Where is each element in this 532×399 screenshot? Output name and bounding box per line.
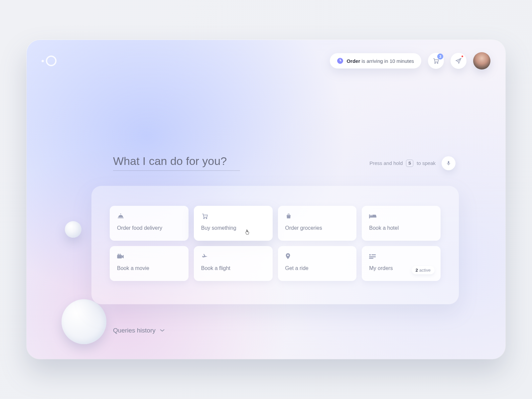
card-label: Order food delivery [117, 225, 181, 231]
chevron-down-icon [160, 329, 165, 332]
svg-point-1 [437, 63, 438, 64]
app-window: Order is arriving in 10 minutes 3 What I… [27, 40, 505, 359]
prompt-heading: What I can do for you? [113, 155, 240, 171]
clock-icon [337, 58, 343, 64]
actions-grid: Order food delivery Buy something Order … [110, 206, 441, 281]
avatar[interactable] [473, 52, 490, 69]
send-button[interactable] [451, 53, 466, 69]
svg-rect-6 [369, 214, 370, 218]
pin-icon [285, 253, 293, 259]
svg-point-0 [435, 63, 436, 64]
cart-button[interactable]: 3 [428, 53, 444, 69]
card-get-ride[interactable]: Get a ride [278, 246, 357, 281]
microphone-icon [446, 160, 451, 166]
speak-suffix: to speak [417, 160, 436, 166]
card-my-orders[interactable]: My orders 2active [362, 246, 441, 281]
card-label: Get a ride [285, 265, 349, 271]
speak-prefix: Press and hold [369, 160, 403, 166]
cart-badge: 3 [437, 54, 443, 60]
card-label: Book a movie [117, 265, 181, 271]
card-label: Book a flight [201, 265, 265, 271]
actions-panel: Order food delivery Buy something Order … [91, 186, 459, 304]
svg-point-12 [369, 254, 371, 256]
logo-dot-icon [42, 60, 44, 62]
logo-ring-icon [46, 56, 57, 66]
svg-rect-13 [372, 254, 376, 255]
card-label: Book a hotel [369, 225, 433, 231]
svg-rect-15 [369, 258, 373, 259]
paper-plane-icon [455, 58, 462, 64]
shopping-bag-icon [285, 213, 293, 219]
active-orders-chip: 2active [412, 266, 435, 274]
order-status-text: Order is arriving in 10 minutes [346, 58, 414, 64]
speak-key: S [406, 160, 413, 167]
svg-point-11 [119, 254, 121, 255]
card-book-flight[interactable]: Book a flight [194, 246, 273, 281]
film-icon [117, 253, 124, 259]
queries-history-toggle[interactable]: Queries history [113, 327, 165, 334]
cart-icon [201, 213, 208, 219]
card-label: Order groceries [285, 225, 349, 231]
svg-point-8 [370, 215, 372, 216]
cloche-icon [117, 213, 124, 219]
svg-point-4 [203, 218, 204, 219]
logo[interactable] [42, 56, 57, 66]
card-order-groceries[interactable]: Order groceries [278, 206, 357, 241]
card-buy-something[interactable]: Buy something [194, 206, 273, 241]
prompt-row: What I can do for you? Press and hold S … [113, 155, 456, 171]
svg-rect-2 [448, 161, 449, 164]
card-book-hotel[interactable]: Book a hotel [362, 206, 441, 241]
main-content: What I can do for you? Press and hold S … [113, 155, 456, 304]
svg-rect-7 [370, 216, 376, 217]
list-icon [369, 253, 376, 259]
cursor-icon [245, 229, 250, 236]
speak-hint: Press and hold S to speak [369, 156, 456, 170]
mic-button[interactable] [442, 156, 456, 170]
svg-rect-14 [369, 256, 376, 257]
svg-point-10 [118, 254, 119, 255]
decoration-sphere [65, 221, 81, 238]
header-actions: Order is arriving in 10 minutes 3 [330, 52, 490, 69]
card-order-food[interactable]: Order food delivery [110, 206, 189, 241]
bed-icon [369, 213, 376, 219]
svg-rect-9 [117, 255, 122, 259]
notification-dot [461, 55, 464, 58]
card-book-movie[interactable]: Book a movie [110, 246, 189, 281]
plane-icon [201, 253, 208, 259]
history-label: Queries history [113, 327, 156, 334]
decoration-sphere [62, 299, 106, 344]
svg-point-5 [206, 218, 207, 219]
order-status-pill[interactable]: Order is arriving in 10 minutes [330, 53, 421, 68]
card-label: Buy something [201, 225, 265, 231]
header: Order is arriving in 10 minutes 3 [42, 52, 490, 70]
